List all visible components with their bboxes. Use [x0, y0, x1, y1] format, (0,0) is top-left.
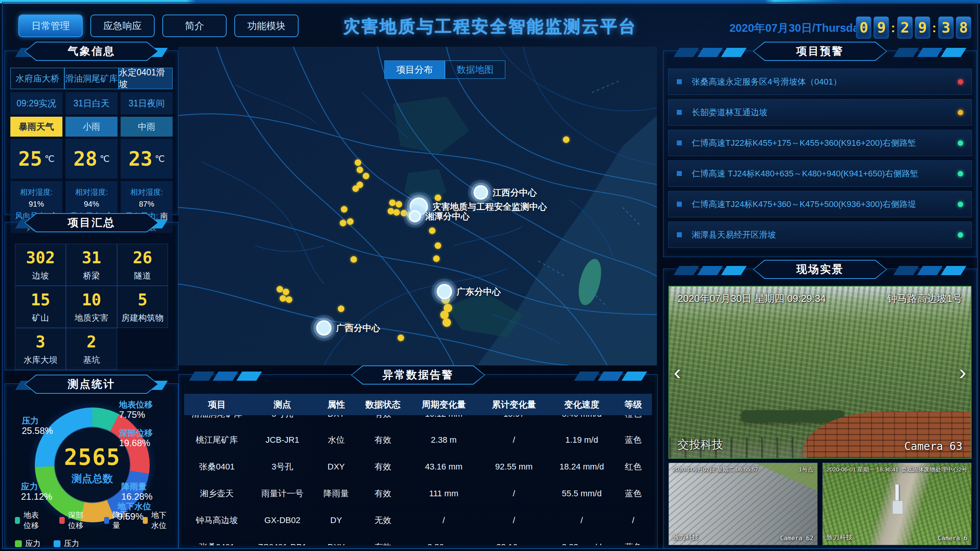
alerts-cell: 蓝色	[614, 541, 652, 545]
slice-pct: 21.12%	[21, 491, 52, 502]
legend-item-2[interactable]: 降雨量	[104, 510, 130, 531]
header-deco	[676, 266, 744, 275]
map-marker-3[interactable]: 广东分中心	[437, 284, 452, 299]
table-row[interactable]: 桃江尾矿库JCB-JR1水位有效2.38 m/1.19 m/d蓝色	[184, 427, 652, 453]
alerts-cell: 有效	[357, 488, 408, 499]
camera-thumb-grass[interactable]: 2020-06-01 星期一 18:36:41 娄底固体废物处理中心2号 致力科…	[822, 463, 972, 545]
map-marker-0[interactable]: 江西分中心	[474, 185, 488, 200]
alerts-cell: 3.83 mm/d	[549, 542, 614, 545]
header: 日常管理应急响应简介功能模块 灾害地质与工程安全智能监测云平台 2020年07月…	[0, 4, 980, 46]
nav-button-1[interactable]: 应急响应	[90, 15, 155, 37]
project-dot[interactable]	[363, 173, 369, 179]
legend-item-5[interactable]: 压力	[54, 538, 79, 549]
status-dot-green	[958, 202, 963, 207]
alerts-panel: 异常数据告警 项目测点属性数据状态周期变化量累计变化量变化速度等级 滑油洞尾矿库…	[178, 374, 658, 549]
bullet-square-icon	[677, 140, 682, 145]
warning-row-2[interactable]: 仁博高速TJ22标K455+175～K455+360(K916+200)右侧路堑	[668, 130, 972, 156]
alerts-cell: DY	[315, 515, 357, 525]
table-row[interactable]: 张桑04013号孔DXY有效43.16 mm92.55 mm18.24 mm/d…	[184, 453, 652, 480]
table-row[interactable]: 张桑0401ZS0401-DB1DXY有效8.86 mm23.16mm3.83 …	[184, 534, 652, 545]
map-marker-4[interactable]: 广西分中心	[316, 320, 332, 336]
project-dot[interactable]	[433, 255, 439, 262]
temp-unit: ℃	[155, 154, 165, 164]
project-dot[interactable]	[352, 185, 359, 192]
legend-item-4[interactable]: 应力	[15, 538, 41, 549]
alerts-col-header: 属性	[315, 399, 357, 411]
stat-value: 3	[36, 333, 45, 351]
alerts-cell: 有效	[357, 434, 408, 446]
map-tab-1[interactable]: 数据地图	[445, 60, 505, 79]
camera-prev-icon[interactable]: ‹	[674, 362, 681, 383]
warning-row-4[interactable]: 仁博高速TJ24标K475+360～K475+500(K936+300)右侧路堤	[668, 191, 972, 217]
weather-time: 09:29实况	[10, 92, 62, 114]
table-row[interactable]: 滑油洞尾矿库5号孔DXY有效10.12 mm15.975.46 mm/d橙色	[184, 415, 652, 427]
warning-label: 长韶娄道林互通边坡	[692, 107, 958, 118]
main-camera-view[interactable]: 2020年07月30日 星期四 09:29:34 钟马路高边坡1号 交投科技 C…	[668, 286, 972, 459]
project-dot[interactable]	[279, 295, 286, 302]
warning-row-0[interactable]: 张桑高速永定服务区4号滑坡体（0401）	[668, 68, 972, 95]
project-dot[interactable]	[400, 210, 407, 216]
weather-temp: 25℃	[10, 139, 62, 179]
donut-label-4: 应力21.12%	[21, 482, 52, 502]
project-dot[interactable]	[396, 201, 402, 207]
warning-row-1[interactable]: 长韶娄道林互通边坡	[668, 99, 972, 126]
project-dot[interactable]	[277, 286, 283, 292]
map-marker-2[interactable]: 湘潭分中心	[409, 210, 421, 222]
project-dot[interactable]	[429, 228, 435, 234]
alerts-cell: 15.97	[479, 415, 549, 419]
table-row[interactable]: 湘乡壶天雨量计一号降雨量有效111 mm/55.5 mm/d蓝色	[184, 480, 652, 507]
weather-grid: 09:29实况暴雨天气25℃相对湿度: 91%风向风力: 南风1级31日白天小雨…	[10, 92, 173, 233]
legend-item-1[interactable]: 深部位移	[59, 510, 91, 531]
project-dot[interactable]	[394, 209, 400, 216]
table-row[interactable]: 钟马高边坡GX-DB02DY无效////	[184, 507, 652, 534]
project-dot[interactable]	[338, 305, 345, 312]
project-dot[interactable]	[354, 160, 361, 166]
project-dot[interactable]	[286, 297, 292, 303]
weather-time: 31日夜间	[121, 92, 173, 114]
project-dot[interactable]	[389, 200, 395, 206]
camera-next-icon[interactable]: ›	[959, 362, 966, 383]
warning-row-3[interactable]: 仁博高速 TJ24标K480+635～K480+940(K941+650)右侧路…	[668, 160, 972, 187]
project-dot[interactable]	[340, 220, 346, 226]
camera-thumb-slope[interactable]: 2020年06月02日 星期二 06:55:57 1号点 致力科技 Camera…	[668, 463, 818, 545]
alerts-col-header: 变化速度	[549, 399, 614, 411]
alerts-cell: 蓝色	[614, 488, 652, 499]
stat-value: 31	[82, 248, 101, 267]
project-dot[interactable]	[563, 137, 569, 143]
marker-core-icon	[409, 210, 421, 222]
thumb-location: 1号点	[799, 466, 813, 473]
weather-tab-0[interactable]: 水府庙大桥	[10, 68, 64, 89]
legend-label: 应力	[25, 538, 41, 549]
nav-buttons: 日常管理应急响应简介功能模块	[18, 15, 299, 37]
nav-button-0[interactable]: 日常管理	[18, 15, 83, 37]
project-dot[interactable]	[347, 218, 353, 225]
project-dot[interactable]	[398, 335, 404, 341]
marker-core-icon	[316, 320, 332, 336]
project-dot[interactable]	[350, 256, 357, 262]
warning-label: 仁博高速TJ24标K475+360～K475+500(K936+300)右侧路堤	[692, 199, 958, 210]
legend-label: 地下水位	[151, 510, 174, 531]
project-dot[interactable]	[356, 166, 363, 173]
weather-tab-1[interactable]: 滑油洞尾矿库	[64, 68, 118, 89]
project-dot[interactable]	[341, 206, 347, 212]
header-deco	[896, 48, 964, 57]
project-dot[interactable]	[440, 311, 449, 319]
legend-item-3[interactable]: 地下水位	[143, 510, 174, 531]
nav-button-2[interactable]: 简介	[162, 15, 227, 37]
legend-item-0[interactable]: 地表位移	[15, 510, 46, 531]
nav-button-3[interactable]: 功能模块	[234, 15, 299, 37]
weather-tab-2[interactable]: 永定0401滑坡	[119, 68, 173, 89]
stat-value: 10	[82, 290, 101, 309]
alerts-cell: 55.5 mm/d	[549, 489, 614, 499]
project-dot[interactable]	[283, 289, 289, 295]
slice-name: 降雨量	[121, 482, 152, 491]
project-dot[interactable]	[443, 318, 451, 327]
map-tab-0[interactable]: 项目分布	[384, 60, 445, 79]
map-panel[interactable]: 项目分布数据地图 江西分中心灾害地质与工程安全监测中心湘潭分中心广东分中心广西分…	[178, 47, 657, 365]
warning-row-5[interactable]: 湘潭县天易经开区滑坡	[668, 222, 972, 248]
alerts-cell: /	[549, 515, 614, 525]
project-dot[interactable]	[434, 194, 441, 201]
alerts-cell: 钟马高边坡	[184, 515, 250, 526]
weather-condition: 中雨	[121, 117, 173, 137]
project-dot[interactable]	[434, 242, 441, 249]
